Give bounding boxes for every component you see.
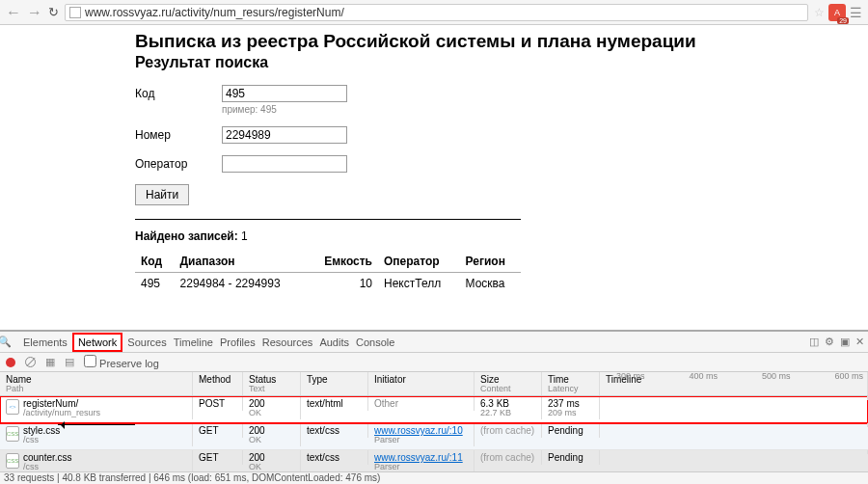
- number-input[interactable]: [222, 126, 347, 144]
- devtools-tab-sources[interactable]: Sources: [125, 336, 168, 348]
- operator-input[interactable]: [222, 155, 347, 173]
- devtools-tab-resources[interactable]: Resources: [260, 336, 315, 348]
- extensions: ☆ A 29 ☰: [814, 4, 862, 21]
- status-bar: 33 requests | 40.8 KB transferred | 646 …: [0, 471, 868, 484]
- devtools-panel: 🔍 Elements Network Sources Timeline Prof…: [0, 330, 868, 484]
- page-icon: [69, 7, 81, 18]
- devtools-settings-icon[interactable]: ⚙: [825, 336, 834, 348]
- record-button[interactable]: [6, 358, 15, 367]
- extension-badge: 29: [837, 17, 849, 24]
- found-records: Найдено записей: 1: [135, 229, 868, 243]
- preserve-log-checkbox[interactable]: [84, 355, 96, 367]
- back-button[interactable]: ←: [6, 4, 21, 21]
- star-icon[interactable]: ☆: [814, 6, 825, 19]
- col-region: Регион: [460, 251, 521, 273]
- extension-icon[interactable]: A 29: [828, 4, 846, 21]
- col-range: Диапазон: [175, 251, 308, 273]
- devtools-tab-network[interactable]: Network: [72, 333, 122, 352]
- col-timeline: Timeline 200 ms300 ms400 ms500 ms600 ms: [600, 372, 868, 395]
- network-row[interactable]: CSSstyle.css/cssGET200OKtext/csswww.ross…: [0, 423, 868, 450]
- devtools-tab-timeline[interactable]: Timeline: [172, 336, 215, 348]
- col-time: TimeLatency: [542, 372, 600, 395]
- number-label: Номер: [135, 126, 222, 142]
- browser-toolbar: ← → ↻ www.rossvyaz.ru/activity/num_resur…: [0, 0, 868, 25]
- form-row-code: Код пример: 495: [135, 85, 868, 115]
- devtools-tabs: 🔍 Elements Network Sources Timeline Prof…: [0, 332, 868, 353]
- grid-header: NamePath Method StatusText Type Initiato…: [0, 372, 868, 396]
- table-row: 495 2294984 - 2294993 10 НекстТелл Москв…: [135, 273, 521, 295]
- forward-button: →: [27, 4, 42, 21]
- network-toolbar: ▦ ▤ Preserve log: [0, 353, 868, 372]
- table-header-row: Код Диапазон Емкость Оператор Регион: [135, 251, 521, 273]
- network-row[interactable]: <>registerNum//activity/num_resursPOST20…: [0, 396, 868, 423]
- dock-icon[interactable]: ▣: [840, 336, 850, 348]
- timeline-tick: 300 ms: [616, 372, 645, 382]
- file-type-icon: CSS: [6, 426, 19, 442]
- devtools-close-icon[interactable]: ✕: [855, 336, 864, 348]
- submit-button[interactable]: Найти: [135, 184, 189, 205]
- col-type: Type: [301, 372, 368, 395]
- form-row-number: Номер: [135, 126, 868, 144]
- timeline-tick: 600 ms: [834, 372, 863, 382]
- col-method: Method: [193, 372, 243, 395]
- col-size: SizeContent: [475, 372, 542, 395]
- filter-icon[interactable]: ▦: [45, 356, 55, 368]
- preserve-log[interactable]: Preserve log: [84, 355, 159, 369]
- page-content: Выписка из реестра Российской системы и …: [0, 25, 868, 330]
- search-icon[interactable]: 🔍: [0, 336, 12, 348]
- code-input[interactable]: [222, 85, 347, 102]
- timeline-cell: [600, 396, 868, 400]
- file-type-icon: <>: [6, 399, 19, 415]
- devtools-tab-profiles[interactable]: Profiles: [218, 336, 258, 348]
- file-type-icon: CSS: [6, 453, 19, 469]
- reload-button[interactable]: ↻: [48, 5, 59, 19]
- col-operator: Оператор: [378, 251, 460, 273]
- devtools-tab-audits[interactable]: Audits: [317, 336, 351, 348]
- view-icon[interactable]: ▤: [65, 356, 74, 368]
- devtools-tab-console[interactable]: Console: [354, 336, 396, 348]
- timeline-tick: 400 ms: [689, 372, 718, 382]
- operator-label: Оператор: [135, 155, 222, 171]
- address-bar[interactable]: www.rossvyaz.ru/activity/num_resurs/regi…: [65, 4, 808, 21]
- col-status: StatusText: [243, 372, 301, 395]
- page-title: Выписка из реестра Российской системы и …: [135, 31, 868, 52]
- drawer-toggle-icon[interactable]: ◫: [809, 336, 819, 348]
- col-initiator: Initiator: [368, 372, 475, 395]
- timeline-cell: [600, 450, 868, 454]
- devtools-tab-elements[interactable]: Elements: [21, 336, 69, 348]
- col-capacity: Емкость: [308, 251, 378, 273]
- network-grid[interactable]: NamePath Method StatusText Type Initiato…: [0, 372, 868, 471]
- clear-button[interactable]: [25, 357, 36, 367]
- code-label: Код: [135, 85, 222, 100]
- url-text: www.rossvyaz.ru/activity/num_resurs/regi…: [85, 6, 344, 19]
- timeline-cell: [600, 423, 868, 427]
- col-code: Код: [135, 251, 175, 273]
- menu-icon[interactable]: ☰: [850, 5, 862, 20]
- col-name: NamePath: [0, 372, 193, 395]
- result-table: Код Диапазон Емкость Оператор Регион 495…: [135, 251, 521, 294]
- network-row[interactable]: CSScounter.css/cssGET200OKtext/csswww.ro…: [0, 450, 868, 471]
- divider: [135, 219, 521, 220]
- code-hint: пример: 495: [222, 104, 347, 115]
- form-row-operator: Оператор: [135, 155, 868, 173]
- page-subtitle: Результат поиска: [135, 54, 868, 71]
- timeline-tick: 500 ms: [762, 372, 791, 382]
